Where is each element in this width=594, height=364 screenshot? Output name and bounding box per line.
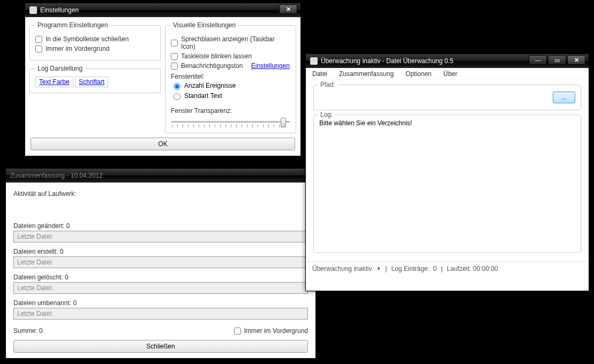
status-entries: Log Einträge: 0 [391,265,437,272]
radio-standard-text-input[interactable] [174,93,181,100]
browse-button[interactable]: ... [553,92,575,103]
program-settings-legend: Programm Einstellungen [35,21,110,29]
log-content: Bitte wählen Sie ein Verzeichnis! [319,119,575,127]
radio-standard-text[interactable]: Standart Text [171,92,222,100]
log-group: Log: Bitte wählen Sie ein Verzeichnis! [313,115,581,253]
status-watch[interactable]: Überwachung inaktiv [312,265,372,272]
settings-titlebar[interactable]: Einstellungen ✕ [25,3,300,17]
summary-window: Zusammenfassung - 10.04.2012 Aktivität a… [5,168,316,359]
maximize-button[interactable]: ▭ [548,55,566,65]
always-on-top-checkbox[interactable]: Immer im Vordergrund [35,45,155,52]
log-label: Log: [318,111,335,118]
files-renamed-label: Dateien umbenannt: 0 [13,299,308,307]
slider-ticks [172,124,289,127]
text-color-button[interactable]: Text Farbe [35,77,73,87]
radio-event-count-input[interactable] [174,83,181,90]
summary-title: Zusammenfassung - 10.04.2012 [10,172,103,179]
transparency-slider[interactable] [171,117,290,127]
main-title: Überwachung inaktiv - Datei Überwachung … [321,57,453,65]
notification-sound-input[interactable] [171,63,178,70]
visual-settings-legend: Visuelle Einstellungen [171,21,238,29]
files-created-label: Dateien erstellt: 0 [13,248,308,255]
main-window: Überwachung inaktiv - Datei Überwachung … [305,54,589,291]
summary-titlebar[interactable]: Zusammenfassung - 10.04.2012 [6,169,315,183]
notification-sound-checkbox[interactable]: Benachrichtigungston Einstellungen [171,62,290,70]
window-title-label: Fenstertitel: [171,73,290,80]
summary-always-top-input[interactable] [234,328,241,335]
minimize-button[interactable]: — [529,55,547,65]
status-runtime: Laufzeit: 00:00:00 [447,265,498,272]
transparency-label: Fenster Transparenz: [171,107,290,115]
blink-taskbar-input[interactable] [171,53,178,60]
ok-button[interactable]: OK [31,138,295,150]
sound-settings-link[interactable]: Einstellungen [251,62,290,70]
always-on-top-input[interactable] [35,46,42,52]
radio-event-count[interactable]: Anzahl Ereignisse [171,81,236,90]
slider-thumb[interactable] [281,118,286,127]
activity-drive-label: Aktivität auf Laufwerk: [13,190,308,198]
menu-about[interactable]: Über [443,70,457,78]
menu-file[interactable]: Datei [312,70,327,78]
blink-taskbar-checkbox[interactable]: Taskleiste blinken lassen [171,52,290,60]
settings-window: Einstellungen ✕ Programm Einstellungen I… [25,3,301,156]
menu-options[interactable]: Optionen [405,70,432,78]
deleted-last-file [13,282,308,294]
files-changed-label: Dateien geändert: 0 [13,222,308,230]
renamed-last-file [13,308,308,320]
menu-summary[interactable]: Zusammenfassung [339,70,394,78]
slider-rail [171,121,290,123]
status-bar: Überwachung inaktiv ▼ | Log Einträge: 0 … [306,261,589,276]
main-titlebar[interactable]: Überwachung inaktiv - Datei Überwachung … [306,54,589,68]
program-settings-group: Programm Einstellungen In die Symbolleis… [29,21,161,60]
menubar: Datei Zusammenfassung Optionen Über [306,68,589,80]
close-button[interactable]: ✕ [567,55,585,65]
app-icon [310,57,318,65]
log-display-legend: Log Darstellung [35,65,85,72]
close-button[interactable]: ✕ [279,4,297,14]
changed-last-file [13,231,308,242]
font-button[interactable]: Schriftart [75,77,108,87]
sum-label: Summe: 0 [13,327,43,335]
chevron-down-icon[interactable]: ▼ [376,266,381,271]
settings-title: Einstellungen [40,6,79,14]
show-balloons-input[interactable] [171,40,178,47]
show-balloons-checkbox[interactable]: Sprechblasen anzeigen (Taskbar Icon) [171,35,290,50]
summary-close-button[interactable]: Schließen [13,340,308,353]
path-label: Pfad: [318,81,337,88]
summary-always-top-checkbox[interactable]: Immer im Vordergrund [234,327,308,335]
close-to-tray-checkbox[interactable]: In die Symbolleiste schließen [35,35,155,43]
files-deleted-label: Dateien gelöscht: 0 [13,274,308,281]
path-group: Pfad: ... [313,85,581,110]
close-to-tray-input[interactable] [35,36,42,43]
created-last-file [13,256,308,268]
visual-settings-group: Visuelle Einstellungen Sprechblasen anze… [165,21,296,133]
app-icon [29,6,37,14]
log-display-group: Log Darstellung Text Farbe Schriftart [29,65,161,93]
